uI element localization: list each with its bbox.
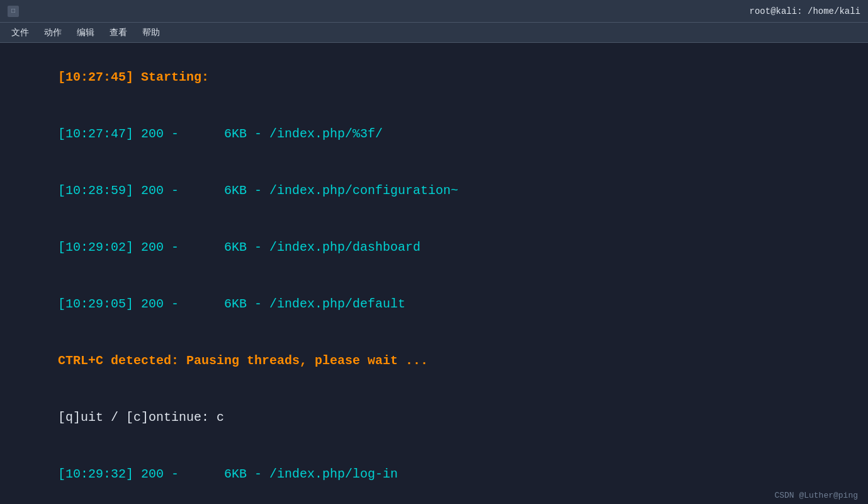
menu-edit[interactable]: 编辑 [70,25,101,41]
window-title: root@kali: /home/kali [750,6,860,16]
window-icon: □ [8,6,19,17]
terminal-window: □ root@kali: /home/kali 文件 动作 编辑 查看 帮助 [… [0,0,868,504]
status-text: CSDN @Luther@ping [774,491,858,500]
line-1: [10:27:47] 200 - 6KB - /index.php/%3f/ [13,106,855,163]
menu-action[interactable]: 动作 [38,25,68,41]
menu-bar: 文件 动作 编辑 查看 帮助 [0,23,868,43]
status-bar: CSDN @Luther@ping [0,486,868,504]
title-bar: □ root@kali: /home/kali [0,0,868,23]
line-ctrlc: CTRL+C detected: Pausing threads, please… [13,333,855,389]
line-2: [10:28:59] 200 - 6KB - /index.php/config… [13,163,855,219]
line-starting: [10:27:45] Starting: [13,49,855,106]
menu-help[interactable]: 帮助 [136,25,166,41]
line-5: [10:29:32] 200 - 6KB - /index.php/log-in [13,446,855,486]
menu-file[interactable]: 文件 [5,25,35,41]
line-4: [10:29:05] 200 - 6KB - /index.php/defaul… [13,276,855,333]
window-icon-symbol: □ [11,8,15,14]
line-quit-continue: [q]uit / [c]ontinue: c [13,389,855,446]
title-bar-left: □ [8,6,19,17]
menu-view[interactable]: 查看 [103,25,133,41]
terminal-content: [10:27:45] Starting: [10:27:47] 200 - 6K… [0,43,868,486]
line-3: [10:29:02] 200 - 6KB - /index.php/dashbo… [13,219,855,276]
